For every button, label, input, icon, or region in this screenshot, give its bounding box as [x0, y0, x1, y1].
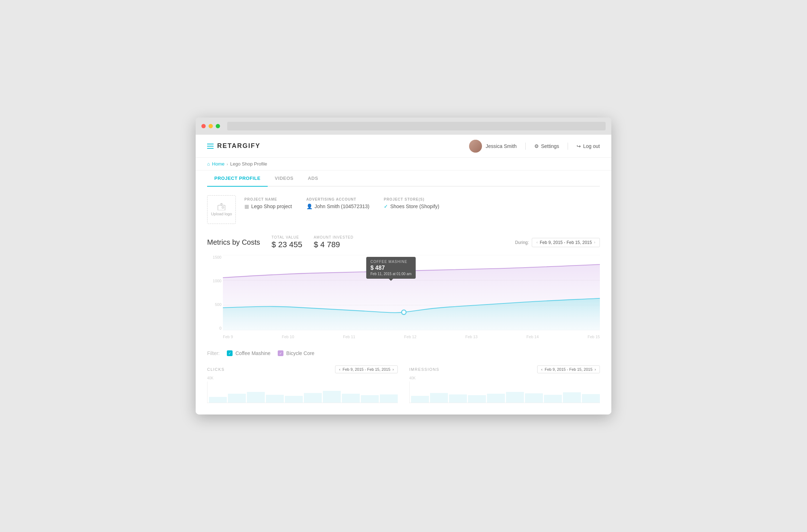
- y-label-500: 500: [207, 302, 221, 307]
- impressions-bar-5: [487, 394, 505, 403]
- tab-videos[interactable]: VIDEOS: [268, 171, 301, 187]
- project-name-value: ▦ Lego Shop project: [244, 203, 292, 209]
- upload-logo-label: Upload logo: [211, 212, 232, 216]
- clicks-bars: [207, 382, 398, 403]
- clicks-chart: CLICKS ‹ Feb 9, 2015 - Feb 15, 2015 › 40…: [207, 365, 398, 403]
- breadcrumb: ⌂ Home › Lego Shop Profile: [196, 158, 611, 171]
- impressions-bar-1: [411, 396, 429, 403]
- settings-label: Settings: [541, 143, 559, 149]
- chart-dot[interactable]: [402, 310, 406, 315]
- close-dot[interactable]: [201, 124, 206, 128]
- field-project-name: PROJECT NAME ▦ Lego Shop project: [244, 197, 292, 209]
- home-icon: ⌂: [207, 161, 210, 167]
- date-next-icon[interactable]: ›: [594, 240, 595, 244]
- logout-button[interactable]: ↪ Log out: [577, 143, 600, 149]
- y-label-1500: 1500: [207, 255, 221, 259]
- x-label-feb9: Feb 9: [223, 335, 233, 339]
- logo-text: RETARGIFY: [217, 142, 261, 150]
- breadcrumb-home[interactable]: Home: [212, 161, 225, 167]
- store-value: ✓ Shoes Store (Shopify): [384, 203, 439, 209]
- impressions-y-label: 40K: [409, 376, 600, 380]
- clicks-date-picker[interactable]: ‹ Feb 9, 2015 - Feb 15, 2015 ›: [335, 365, 398, 373]
- header-divider-1: [525, 143, 526, 150]
- impressions-title: IMRESSIONS: [409, 367, 439, 372]
- upload-icon: [217, 203, 226, 210]
- chart-x-labels: Feb 9 Feb 10 Feb 11 Feb 12 Feb 13 Feb 14…: [223, 332, 600, 341]
- total-value-label: TOTAL VALUE: [272, 235, 302, 239]
- x-label-feb11: Feb 11: [343, 335, 355, 339]
- date-range-picker[interactable]: ‹ Feb 9, 2015 - Feb 15, 2015 ›: [532, 238, 600, 247]
- clicks-bar-9: [361, 395, 379, 403]
- header-right: Jessica Smith ⚙ Settings ↪ Log out: [469, 140, 600, 153]
- clicks-bar-6: [304, 393, 322, 403]
- x-label-feb10: Feb 10: [282, 335, 294, 339]
- upload-logo-button[interactable]: Upload logo: [207, 195, 236, 224]
- project-name-label: PROJECT NAME: [244, 197, 292, 201]
- project-fields: PROJECT NAME ▦ Lego Shop project ADVERTI…: [244, 195, 600, 209]
- breadcrumb-separator: ›: [227, 162, 228, 166]
- clicks-date-next[interactable]: ›: [392, 367, 394, 372]
- chart-svg-area: COFFEE MASHINE $ 487 Feb 11, 2015 at 01:…: [223, 255, 600, 330]
- clicks-bar-10: [380, 394, 398, 403]
- tab-ads[interactable]: ADS: [301, 171, 325, 187]
- settings-button[interactable]: ⚙ Settings: [534, 143, 559, 149]
- avatar-image: [469, 140, 482, 153]
- filter-coffee-label: Coffee Mashine: [235, 350, 271, 356]
- checkbox-coffee[interactable]: ✓: [227, 350, 233, 356]
- user-info: Jessica Smith: [469, 140, 516, 153]
- metrics-title: Metrics by Costs: [207, 238, 260, 246]
- metrics-header: Metrics by Costs TOTAL VALUE $ 23 455 AM…: [207, 235, 600, 249]
- header: RETARGIFY Jessica Smith ⚙ Settings ↪ L: [196, 135, 611, 158]
- address-bar[interactable]: [227, 122, 606, 130]
- main-content: PROJECT PROFILE VIDEOS ADS Upload logo: [196, 171, 611, 414]
- clicks-y-label: 40K: [207, 376, 398, 380]
- field-advertising-account: ADVERTISING ACCOUNT 👤 John Smith (104572…: [306, 197, 369, 209]
- y-label-0: 0: [207, 326, 221, 330]
- account-label: ADVERTISING ACCOUNT: [306, 197, 369, 201]
- checkbox-check-icon: ✓: [228, 351, 231, 355]
- impressions-date-prev[interactable]: ‹: [541, 367, 543, 372]
- amount-invested: $ 4 789: [314, 240, 353, 249]
- impressions-date-next[interactable]: ›: [594, 367, 596, 372]
- date-range-value: Feb 9, 2015 - Feb 15, 2015: [540, 240, 592, 245]
- x-label-feb12: Feb 12: [404, 335, 416, 339]
- browser-chrome: [196, 118, 611, 135]
- clicks-chart-header: CLICKS ‹ Feb 9, 2015 - Feb 15, 2015 ›: [207, 365, 398, 373]
- clicks-bar-1: [209, 397, 227, 403]
- impressions-bar-4: [468, 395, 486, 403]
- filter-item-coffee[interactable]: ✓ Coffee Mashine: [227, 350, 271, 356]
- bottom-charts: CLICKS ‹ Feb 9, 2015 - Feb 15, 2015 › 40…: [207, 365, 600, 403]
- filter-item-bicycle[interactable]: ✓ Bicycle Core: [278, 350, 315, 356]
- impressions-date-range: Feb 9, 2015 - Feb 15, 2015: [545, 367, 592, 372]
- chart-y-labels: 1500 1000 500 0: [207, 255, 221, 330]
- date-prev-icon[interactable]: ‹: [536, 240, 538, 244]
- logo-area: RETARGIFY: [207, 142, 261, 150]
- clicks-date-range: Feb 9, 2015 - Feb 15, 2015: [343, 367, 390, 372]
- minimize-dot[interactable]: [209, 124, 213, 128]
- expand-dot[interactable]: [216, 124, 220, 128]
- clicks-date-prev[interactable]: ‹: [339, 367, 340, 372]
- total-value: $ 23 455: [272, 240, 302, 249]
- clicks-bar-8: [342, 394, 360, 403]
- during-label: During:: [515, 240, 529, 245]
- store-label: PROJECT STORE(S): [384, 197, 439, 201]
- impressions-date-picker[interactable]: ‹ Feb 9, 2015 - Feb 15, 2015 ›: [537, 365, 600, 373]
- impressions-bar-10: [582, 394, 600, 403]
- clicks-bar-2: [228, 394, 246, 403]
- impressions-bar-9: [563, 392, 581, 403]
- impressions-chart: IMRESSIONS ‹ Feb 9, 2015 - Feb 15, 2015 …: [409, 365, 600, 403]
- x-label-feb14: Feb 14: [526, 335, 539, 339]
- metrics-during: During: ‹ Feb 9, 2015 - Feb 15, 2015 ›: [515, 238, 600, 247]
- field-project-store: PROJECT STORE(S) ✓ Shoes Store (Shopify): [384, 197, 439, 209]
- breadcrumb-current: Lego Shop Profile: [230, 161, 267, 167]
- clicks-bar-4: [266, 395, 284, 403]
- tab-project-profile[interactable]: PROJECT PROFILE: [207, 171, 268, 187]
- clicks-bar-7: [323, 391, 341, 403]
- amount-invested-stat: AMOUNT INVESTED $ 4 789: [314, 235, 353, 249]
- hamburger-icon[interactable]: [207, 144, 214, 149]
- chart-container: 1500 1000 500 0: [207, 255, 600, 341]
- checkbox-bicycle[interactable]: ✓: [278, 350, 283, 356]
- filter-label: Filter:: [207, 350, 220, 356]
- total-value-stat: TOTAL VALUE $ 23 455: [272, 235, 302, 249]
- checkbox-bicycle-check-icon: ✓: [279, 351, 282, 355]
